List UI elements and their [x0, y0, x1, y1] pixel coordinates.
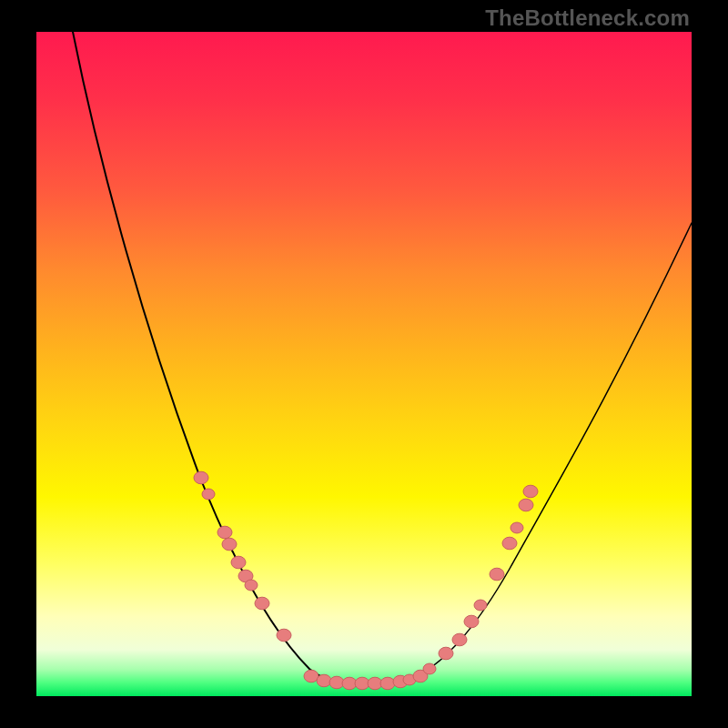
dots-left-group	[194, 471, 291, 642]
chart-frame: TheBottleneck.com	[0, 0, 728, 728]
data-dot	[231, 556, 246, 569]
data-dot	[502, 537, 517, 550]
data-dot	[217, 526, 232, 539]
data-dot	[511, 522, 523, 533]
data-dot	[277, 629, 291, 642]
data-dot	[423, 663, 436, 674]
data-dot	[439, 647, 453, 660]
data-dot	[245, 580, 258, 591]
data-dot	[474, 600, 487, 611]
data-dot	[202, 489, 215, 500]
data-dot	[452, 633, 467, 646]
dots-right-group	[413, 485, 538, 682]
right-branch-curve	[400, 223, 692, 682]
dots-floor-group	[304, 670, 416, 690]
left-branch-curve	[73, 32, 350, 683]
data-dot	[222, 538, 237, 551]
data-dot	[380, 677, 395, 690]
data-dot	[490, 568, 504, 581]
attribution-label: TheBottleneck.com	[485, 5, 690, 31]
curve-layer	[36, 32, 692, 696]
data-dot	[523, 485, 538, 498]
data-dot	[317, 674, 331, 687]
data-dot	[194, 471, 208, 484]
data-dot	[464, 615, 479, 628]
data-dot	[519, 499, 533, 511]
data-dot	[255, 597, 269, 610]
plot-area	[36, 32, 692, 696]
